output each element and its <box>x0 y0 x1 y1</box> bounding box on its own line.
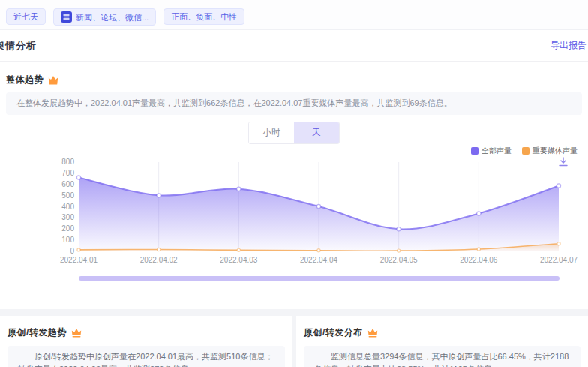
svg-text:2022.04.06: 2022.04.06 <box>460 256 497 264</box>
svg-text:800: 800 <box>62 158 74 166</box>
legend-label-total-volume: 全部声量 <box>482 146 512 156</box>
chart-legend: 全部声量 重要媒体声量 <box>6 146 582 156</box>
export-report-link[interactable]: 导出报告 <box>550 39 586 52</box>
filter-chip-sentiment[interactable]: 正面、负面、中性 <box>164 8 244 25</box>
filter-chip-date-range-label: 近七天 <box>14 11 38 22</box>
origin-repost-trend-title: 原创/转发趋势 <box>8 326 67 339</box>
chart-scrollbar-track <box>79 276 560 281</box>
filter-bar: 近七天 新闻、论坛、微信... 正面、负面、中性 <box>0 0 588 30</box>
crown-icon <box>71 328 82 338</box>
analysis-card: 舆情分析 导出报告 整体趋势 在整体发展趋势中，2022.04.01声量最高，共… <box>0 30 588 309</box>
svg-text:300: 300 <box>62 213 74 221</box>
svg-text:2022.04.01: 2022.04.01 <box>60 256 98 264</box>
bottom-cards-row: 原创/转发趋势 原创/转发趋势中原创声量在2022.04.01最高，共监测510… <box>0 316 588 367</box>
legend-marker-orange <box>522 147 530 155</box>
toggle-day-button[interactable]: 天 <box>294 122 339 143</box>
legend-item-total-volume[interactable]: 全部声量 <box>471 146 512 156</box>
filter-chip-media-sources-label: 新闻、论坛、微信... <box>76 12 148 23</box>
trend-area-chart[interactable]: 01002003004005006007008002022.04.012022.… <box>66 157 588 266</box>
toggle-hour-button[interactable]: 小时 <box>249 122 294 143</box>
svg-text:2022.04.04: 2022.04.04 <box>300 256 338 264</box>
chart-scrollbar-thumb[interactable] <box>79 276 560 281</box>
svg-text:700: 700 <box>62 168 74 176</box>
crown-icon <box>368 328 378 338</box>
media-source-icon <box>61 11 72 23</box>
filter-chip-sentiment-label: 正面、负面、中性 <box>171 11 237 22</box>
legend-item-key-media-volume[interactable]: 重要媒体声量 <box>522 146 578 156</box>
origin-repost-distribution-title: 原创/转发分布 <box>304 326 363 339</box>
overall-trend-summary: 在整体发展趋势中，2022.04.01声量最高，共监测到662条信息，在2022… <box>6 92 582 115</box>
svg-text:400: 400 <box>62 202 74 210</box>
card-header: 舆情分析 导出报告 <box>0 30 588 62</box>
page-title: 舆情分析 <box>0 39 37 53</box>
legend-label-key-media-volume: 重要媒体声量 <box>532 146 578 156</box>
svg-text:100: 100 <box>62 236 74 244</box>
svg-text:600: 600 <box>62 179 74 188</box>
overall-trend-title: 整体趋势 <box>6 74 44 86</box>
origin-repost-trend-card: 原创/转发趋势 原创/转发趋势中原创声量在2022.04.01最高，共监测510… <box>0 316 292 367</box>
svg-text:500: 500 <box>62 191 74 199</box>
origin-repost-distribution-summary: 监测信息总量3294条信息，其中原创声量占比66.45%，共计2188条信息；转… <box>304 346 580 367</box>
download-icon[interactable] <box>558 157 568 167</box>
origin-repost-trend-summary: 原创/转发趋势中原创声量在2022.04.01最高，共监测510条信息；转发声量… <box>8 346 285 367</box>
svg-text:2022.04.05: 2022.04.05 <box>380 256 418 264</box>
overall-trend-section: 整体趋势 在整体发展趋势中，2022.04.01声量最高，共监测到662条信息，… <box>0 74 588 281</box>
trend-chart: 01002003004005006007008002022.04.012022.… <box>6 157 582 281</box>
svg-text:2022.04.07: 2022.04.07 <box>540 256 578 264</box>
svg-text:2022.04.03: 2022.04.03 <box>220 256 257 264</box>
legend-marker-purple <box>471 147 478 155</box>
granularity-toggle: 小时 天 <box>248 122 340 144</box>
svg-text:2022.04.02: 2022.04.02 <box>140 256 178 264</box>
filter-chip-media-sources[interactable]: 新闻、论坛、微信... <box>53 8 156 26</box>
svg-text:0: 0 <box>70 247 74 255</box>
origin-repost-distribution-card: 原创/转发分布 监测信息总量3294条信息，其中原创声量占比66.45%，共计2… <box>296 316 588 367</box>
svg-text:200: 200 <box>62 224 74 233</box>
filter-chip-date-range[interactable]: 近七天 <box>6 8 46 25</box>
crown-icon <box>48 75 58 85</box>
